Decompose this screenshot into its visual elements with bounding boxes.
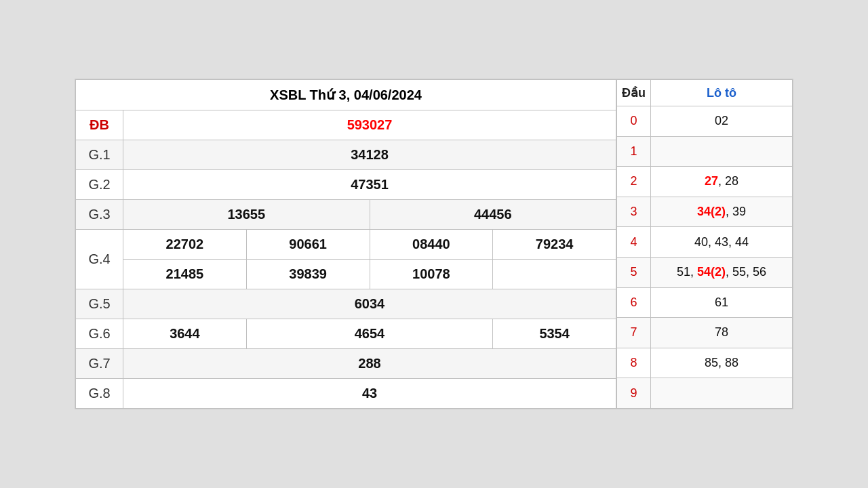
- prize-label-g1: G.1: [76, 140, 123, 170]
- prize-label-db: ĐB: [76, 110, 123, 140]
- loto-dau-9: 9: [617, 378, 651, 409]
- loto-dau-7: 7: [617, 318, 651, 348]
- loto-row: 9: [617, 378, 793, 409]
- loto-row: 0 02: [617, 106, 793, 137]
- prize-value-g6-1: 3644: [123, 319, 247, 349]
- prize-value-g4-empty: [493, 260, 616, 289]
- prize-value-g8: 43: [123, 379, 616, 409]
- loto-values-1: [651, 136, 793, 167]
- prize-value-g5: 6034: [123, 289, 616, 319]
- loto-dau-0: 0: [617, 106, 651, 137]
- prize-value-g3-2: 44456: [370, 200, 616, 230]
- loto-dau-5: 5: [617, 257, 651, 287]
- prize-value-g6-2: 4654: [246, 319, 493, 349]
- loto-values-4: 40, 43, 44: [651, 227, 793, 258]
- prize-value-g4-4: 79234: [493, 230, 616, 260]
- loto-values-9: [651, 378, 793, 409]
- prize-value-g4-2: 90661: [246, 230, 370, 260]
- loto-dau-4: 4: [617, 227, 651, 258]
- prize-value-g7: 288: [123, 349, 616, 379]
- loto-dau-1: 1: [617, 136, 651, 167]
- table-row: G.5 6034: [76, 289, 616, 319]
- prize-label-g8: G.8: [76, 379, 123, 409]
- loto-row: 6 61: [617, 287, 793, 318]
- loto-row: 5 51, 54(2), 55, 56: [617, 257, 793, 287]
- prize-label-g5: G.5: [76, 289, 123, 319]
- table-row: ĐB 593027: [76, 110, 616, 140]
- loto-dau-6: 6: [617, 287, 651, 318]
- prize-value-g4-6: 39839: [246, 260, 370, 289]
- loto-values-6: 61: [651, 287, 793, 318]
- loto-values-7: 78: [651, 318, 793, 348]
- main-lottery-table: XSBL Thứ 3, 04/06/2024 ĐB 593027 G.1 341…: [75, 79, 616, 409]
- table-row: G.7 288: [76, 349, 616, 379]
- loto-dau-8: 8: [617, 348, 651, 378]
- loto-table: Đầu Lô tô 0 02 1 2 27, 28: [616, 79, 793, 409]
- loto-header-loto: Lô tô: [651, 80, 793, 106]
- prize-label-g3: G.3: [76, 200, 123, 230]
- table-row: 21485 39839 10078: [76, 260, 616, 289]
- loto-values-0: 02: [651, 106, 793, 137]
- loto-values-8: 85, 88: [651, 348, 793, 378]
- table-row: G.6 3644 4654 5354: [76, 319, 616, 349]
- loto-row: 3 34(2), 39: [617, 197, 793, 227]
- loto-row: 1: [617, 136, 793, 167]
- prize-value-g4-7: 10078: [370, 260, 493, 289]
- loto-row: 2 27, 28: [617, 167, 793, 197]
- loto-row: 4 40, 43, 44: [617, 227, 793, 258]
- loto-values-5: 51, 54(2), 55, 56: [651, 257, 793, 287]
- loto-values-2: 27, 28: [651, 167, 793, 197]
- prize-label-g6: G.6: [76, 319, 123, 349]
- loto-row: 7 78: [617, 318, 793, 348]
- loto-values-3: 34(2), 39: [651, 197, 793, 227]
- table-row: G.8 43: [76, 379, 616, 409]
- prize-label-g7: G.7: [76, 349, 123, 379]
- prize-value-g4-5: 21485: [123, 260, 247, 289]
- loto-header-dau: Đầu: [617, 80, 651, 106]
- loto-dau-2: 2: [617, 167, 651, 197]
- table-row: G.4 22702 90661 08440 79234: [76, 230, 616, 260]
- table-row: G.3 13655 44456: [76, 200, 616, 230]
- loto-row: 8 85, 88: [617, 348, 793, 378]
- table-title: XSBL Thứ 3, 04/06/2024: [76, 80, 616, 110]
- prize-label-g4: G.4: [76, 230, 123, 289]
- prize-label-g2: G.2: [76, 170, 123, 200]
- prize-value-g6-3: 5354: [493, 319, 616, 349]
- prize-value-g3-1: 13655: [123, 200, 370, 230]
- prize-value-g4-1: 22702: [123, 230, 247, 260]
- table-row: G.2 47351: [76, 170, 616, 200]
- loto-dau-3: 3: [617, 197, 651, 227]
- table-row: G.1 34128: [76, 140, 616, 170]
- prize-value-g1: 34128: [123, 140, 616, 170]
- prize-value-g4-3: 08440: [370, 230, 493, 260]
- prize-value-db: 593027: [123, 110, 616, 140]
- prize-value-g2: 47351: [123, 170, 616, 200]
